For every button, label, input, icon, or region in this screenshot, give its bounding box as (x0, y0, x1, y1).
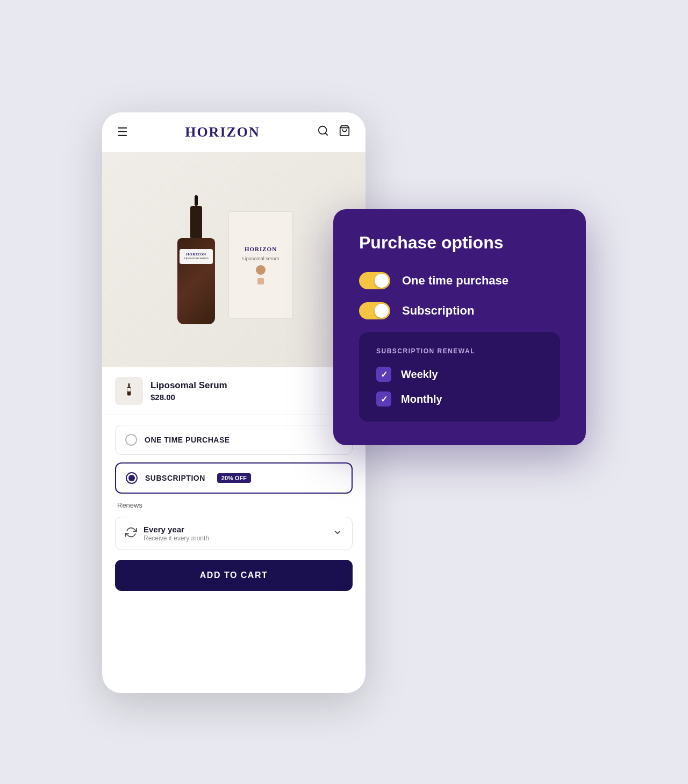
options-card-title: Purchase options (359, 233, 560, 253)
one-time-radio[interactable] (125, 434, 137, 446)
bottle-label-brand: HORIZON (182, 252, 211, 256)
monthly-option[interactable]: ✓ Monthly (376, 391, 543, 407)
search-icon[interactable] (317, 125, 329, 140)
svg-rect-4 (127, 388, 131, 391)
renewal-chevron-icon (333, 528, 342, 539)
nav-icons (317, 125, 350, 140)
subscription-toggle-row: Subscription (359, 302, 560, 319)
product-images: HORIZON Liposomal serum HORIZON Liposoma… (175, 195, 293, 324)
subscription-badge: 20% OFF (217, 473, 251, 483)
brand-logo: HORIZON (185, 124, 260, 140)
product-name: Liposomal Serum (150, 380, 227, 391)
subscription-radio[interactable] (126, 472, 138, 484)
product-box: HORIZON Liposomal serum (228, 211, 293, 319)
purchase-section: ONE TIME PURCHASE SUBSCRIPTION 20% OFF R… (102, 415, 366, 693)
box-accent (256, 265, 266, 275)
box-text: Liposomal serum (238, 255, 284, 262)
nav-bar: ☰ HORIZON (102, 112, 366, 152)
one-time-toggle-row: One time purchase (359, 272, 560, 289)
weekly-checkbox[interactable]: ✓ (376, 367, 391, 382)
bottle-body: HORIZON Liposomal serum (177, 238, 215, 324)
product-info: Liposomal Serum $28.00 (150, 380, 227, 402)
purchase-options-card: Purchase options One time purchase Subsc… (333, 209, 586, 445)
subscription-label: SUBSCRIPTION (145, 474, 205, 482)
monthly-checkbox[interactable]: ✓ (376, 391, 391, 407)
renewal-box: SUBSCRIPTION RENEWAL ✓ Weekly ✓ Monthly (359, 332, 560, 422)
svg-line-1 (325, 133, 327, 135)
product-price: $28.00 (150, 393, 227, 402)
bottle-label-name: Liposomal serum (182, 256, 211, 261)
one-time-label: ONE TIME PURCHASE (145, 436, 230, 444)
renewal-cycle-icon (125, 526, 137, 541)
radio-fill (128, 475, 135, 481)
box-accent-2 (257, 278, 264, 284)
renewal-main: Every year (144, 525, 326, 534)
svg-rect-6 (129, 383, 130, 384)
one-time-toggle-label: One time purchase (402, 274, 508, 288)
subscription-toggle[interactable] (359, 302, 390, 319)
product-info-row: Liposomal Serum $28.00 (102, 367, 366, 415)
subscription-option[interactable]: SUBSCRIPTION 20% OFF (115, 462, 353, 494)
weekly-label: Weekly (401, 368, 438, 381)
toggle-thumb (375, 274, 389, 288)
renews-label: Renews (115, 501, 353, 509)
dropper-bottle: HORIZON Liposomal serum (175, 195, 218, 324)
product-thumbnail (115, 377, 143, 405)
add-to-cart-button[interactable]: ADD TO CART (115, 560, 353, 591)
menu-icon[interactable]: ☰ (117, 125, 128, 139)
renewal-text: Every year Receive it every month (144, 525, 326, 542)
dropper-cap (190, 206, 202, 238)
monthly-label: Monthly (401, 393, 442, 405)
bottle-label: HORIZON Liposomal serum (180, 249, 213, 264)
one-time-toggle[interactable] (359, 272, 390, 289)
box-logo: HORIZON (245, 246, 277, 252)
subscription-toggle-label: Subscription (402, 304, 474, 318)
product-image-area: HORIZON Liposomal serum HORIZON Liposoma… (102, 152, 366, 367)
subscription-toggle-thumb (375, 304, 389, 318)
renewal-box-title: SUBSCRIPTION RENEWAL (376, 347, 543, 355)
bag-icon[interactable] (339, 125, 350, 140)
monthly-check-icon: ✓ (381, 394, 388, 404)
weekly-check-icon: ✓ (381, 369, 388, 380)
renewal-sub: Receive it every month (144, 534, 326, 542)
weekly-option[interactable]: ✓ Weekly (376, 367, 543, 382)
one-time-option[interactable]: ONE TIME PURCHASE (115, 425, 353, 455)
dropper-tip (195, 195, 198, 206)
phone-card: ☰ HORIZON (102, 112, 366, 693)
renewal-dropdown[interactable]: Every year Receive it every month (115, 517, 353, 550)
scene: ☰ HORIZON (102, 69, 586, 715)
svg-rect-5 (128, 383, 130, 387)
